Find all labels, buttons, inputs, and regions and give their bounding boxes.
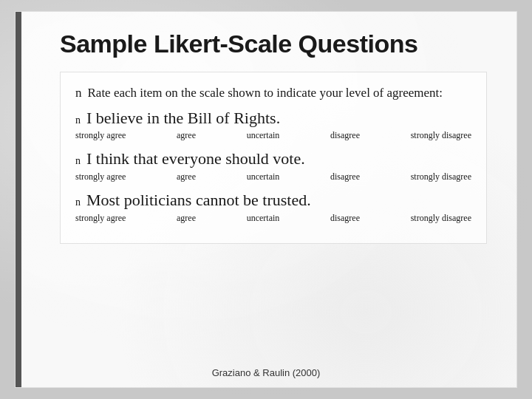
scale-agree-1: agree xyxy=(177,130,196,141)
slide-title: Sample Likert-Scale Questions xyxy=(60,30,487,58)
scale-uncertain-1: uncertain xyxy=(247,130,280,141)
left-border xyxy=(16,12,21,387)
bullet-3: n xyxy=(75,197,81,208)
question-label-2: n I think that everyone should vote. xyxy=(75,149,471,170)
question-text-3: Most politicians cannot be trusted. xyxy=(86,190,311,211)
scale-strongly-agree-1: strongly agree xyxy=(75,130,126,141)
intro-text: nRate each item on the scale shown to in… xyxy=(75,84,471,102)
question-text-2: I think that everyone should vote. xyxy=(86,149,305,170)
scale-row-2: strongly agree agree uncertain disagree … xyxy=(75,171,471,183)
bullet-1: n xyxy=(75,115,81,126)
scale-disagree-1: disagree xyxy=(330,130,360,141)
intro-bullet: n xyxy=(75,86,82,100)
scale-agree-3: agree xyxy=(177,213,196,224)
question-label-1: n I believe in the Bill of Rights. xyxy=(75,108,471,129)
scale-agree-2: agree xyxy=(177,171,196,183)
question-label-3: n Most politicians cannot be trusted. xyxy=(75,190,471,211)
question-block-1: n I believe in the Bill of Rights. stron… xyxy=(75,108,471,142)
bullet-2: n xyxy=(75,155,81,167)
scale-row-3: strongly agree agree uncertain disagree … xyxy=(75,213,471,224)
scale-strongly-agree-2: strongly agree xyxy=(75,171,126,183)
scale-row-1: strongly agree agree uncertain disagree … xyxy=(75,130,471,141)
scale-uncertain-2: uncertain xyxy=(247,171,280,183)
slide-inner: Sample Likert-Scale Questions nRate each… xyxy=(45,30,487,244)
question-block-3: n Most politicians cannot be trusted. st… xyxy=(75,190,471,224)
question-block-2: n I think that everyone should vote. str… xyxy=(75,149,471,183)
footer: Graziano & Raulin (2000) xyxy=(16,367,516,378)
scale-disagree-2: disagree xyxy=(330,171,360,183)
slide: Sample Likert-Scale Questions nRate each… xyxy=(15,11,517,388)
scale-strongly-agree-3: strongly agree xyxy=(75,213,126,224)
scale-strongly-disagree-3: strongly disagree xyxy=(411,213,471,224)
content-box: nRate each item on the scale shown to in… xyxy=(60,72,487,244)
scale-disagree-3: disagree xyxy=(330,213,360,224)
question-text-1: I believe in the Bill of Rights. xyxy=(86,108,280,129)
scale-uncertain-3: uncertain xyxy=(247,213,280,224)
scale-strongly-disagree-2: strongly disagree xyxy=(411,171,471,183)
scale-strongly-disagree-1: strongly disagree xyxy=(411,130,471,141)
